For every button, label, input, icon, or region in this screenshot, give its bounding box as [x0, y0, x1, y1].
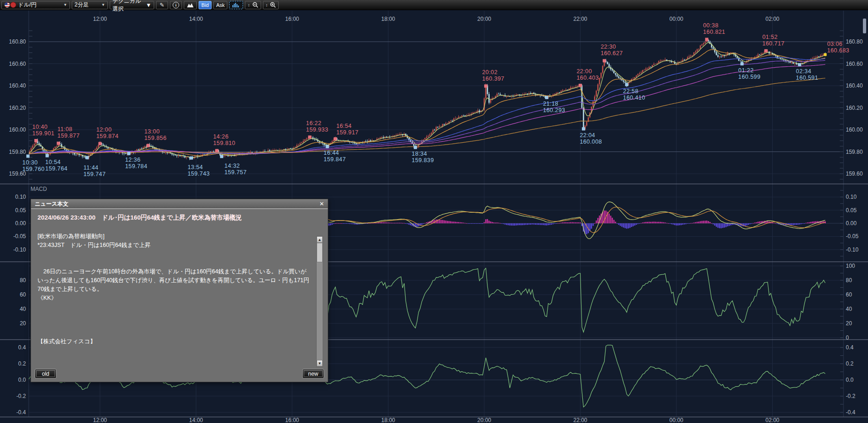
- news-line: [37, 250, 311, 259]
- chevron-down-icon: ▼: [146, 2, 151, 8]
- bid-label: Bid: [201, 2, 209, 8]
- news-dialog-titlebar[interactable]: ニュース本文 ✕: [31, 199, 328, 209]
- news-headline: 2024/06/26 23:43:00 ドル･円は160円64銭まで上昇／欧米為…: [37, 214, 321, 222]
- news-line: [37, 259, 311, 267]
- updown-arrow-icon: ↕: [248, 3, 250, 7]
- histogram-icon: [232, 2, 240, 8]
- zoom-in-button[interactable]: ↕: [263, 1, 279, 9]
- chart-scrollbar-thumb[interactable]: [863, 19, 866, 33]
- chevron-down-icon: ▼: [101, 3, 105, 7]
- histogram-view-button[interactable]: [229, 1, 243, 9]
- old-button[interactable]: old: [35, 369, 56, 379]
- chevron-down-icon: ▼: [63, 3, 67, 7]
- news-body-text: [欧米市場の為替相場動向]*23:43JST ドル・円は160円64銭まで上昇 …: [37, 232, 311, 303]
- updown-arrow-icon: ↕: [266, 3, 268, 7]
- scroll-thumb[interactable]: [317, 243, 323, 262]
- info-button[interactable]: i: [170, 1, 182, 9]
- mountain-icon: [187, 2, 194, 8]
- zoom-out-button[interactable]: ↕: [245, 1, 261, 9]
- chart-style-button[interactable]: [184, 1, 197, 9]
- new-button[interactable]: new: [302, 369, 324, 379]
- news-dialog: ニュース本文 ✕ 2024/06/26 23:43:00 ドル･円は160円64…: [31, 199, 328, 382]
- news-line: [欧米市場の為替相場動向]: [37, 232, 311, 241]
- pencil-icon: ✎: [160, 2, 164, 8]
- news-line: 《KK》: [37, 294, 311, 303]
- timeframe-select[interactable]: 2分足 ▼: [72, 1, 108, 9]
- zoom-out-icon: [252, 2, 258, 8]
- news-dialog-title: ニュース本文: [35, 200, 69, 208]
- technical-select-label: テクニカル選択: [112, 0, 144, 13]
- close-icon[interactable]: ✕: [319, 201, 324, 207]
- news-scrollbar[interactable]: ▲ ▼: [316, 236, 323, 367]
- currency-pair-select[interactable]: ドル/円 ▼: [1, 1, 70, 9]
- info-icon: i: [173, 2, 179, 8]
- scroll-down-button[interactable]: ▼: [317, 360, 323, 366]
- us-flag-icon: [4, 2, 10, 8]
- toolbar: ドル/円 ▼ 2分足 ▼ テクニカル選択 ▼ ✎ i Bid Ask ↕ ↕: [0, 0, 868, 10]
- ask-button[interactable]: Ask: [213, 1, 227, 9]
- news-line: *23:43JST ドル・円は160円64銭まで上昇: [37, 241, 311, 250]
- scroll-up-button[interactable]: ▲: [317, 236, 323, 243]
- japan-flag-icon: [10, 2, 16, 8]
- technical-select-button[interactable]: テクニカル選択 ▼: [110, 1, 154, 9]
- draw-tool-button[interactable]: ✎: [156, 1, 168, 9]
- zoom-in-icon: [270, 2, 276, 8]
- bid-button[interactable]: Bid: [199, 1, 212, 9]
- news-footer: 【株式会社フィスコ】: [37, 338, 321, 346]
- ask-label: Ask: [216, 2, 225, 8]
- news-line: 26日のニューヨーク午前10時台の外為市場で、ドル・円は160円64銭まで上昇し…: [37, 267, 311, 294]
- currency-pair-label: ドル/円: [18, 1, 37, 9]
- timeframe-label: 2分足: [75, 1, 89, 9]
